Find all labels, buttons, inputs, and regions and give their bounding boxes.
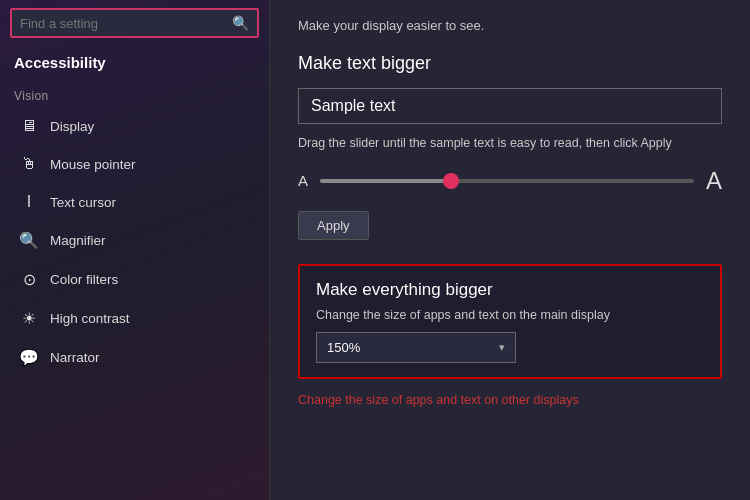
sidebar-title: Accessibility [0, 46, 269, 83]
display-scale-dropdown[interactable]: 150% ▾ [316, 332, 516, 363]
make-everything-bigger-section: Make everything bigger Change the size o… [298, 264, 722, 379]
display-icon: 🖥 [18, 117, 40, 135]
sidebar-item-color-filters[interactable]: ⊙ Color filters [4, 261, 265, 298]
narrator-icon: 💬 [18, 348, 40, 367]
slider-fill [320, 179, 451, 183]
slider-small-label: A [298, 172, 308, 189]
mouse-pointer-icon: 🖱 [18, 155, 40, 173]
sidebar-item-color-filters-label: Color filters [50, 272, 118, 287]
slider-instruction: Drag the slider until the sample text is… [298, 134, 722, 153]
slider-thumb[interactable] [443, 173, 459, 189]
change-size-description: Change the size of apps and text on the … [316, 308, 704, 322]
sidebar-item-narrator-label: Narrator [50, 350, 100, 365]
text-cursor-icon: I [18, 193, 40, 211]
sidebar-item-display-label: Display [50, 119, 94, 134]
magnifier-icon: 🔍 [18, 231, 40, 250]
chevron-down-icon: ▾ [499, 341, 505, 354]
sidebar-item-high-contrast[interactable]: ☀ High contrast [4, 300, 265, 337]
sample-text-display: Sample text [298, 88, 722, 124]
search-bar[interactable]: 🔍 [10, 8, 259, 38]
other-displays-link[interactable]: Change the size of apps and text on othe… [298, 393, 722, 407]
make-text-bigger-title: Make text bigger [298, 53, 722, 74]
sidebar-item-narrator[interactable]: 💬 Narrator [4, 339, 265, 376]
text-size-slider[interactable] [320, 179, 694, 183]
search-input[interactable] [20, 16, 232, 31]
vision-section-label: Vision [0, 83, 269, 107]
sidebar-item-magnifier[interactable]: 🔍 Magnifier [4, 222, 265, 259]
main-content: Make your display easier to see. Make te… [270, 0, 750, 500]
make-everything-bigger-title: Make everything bigger [316, 280, 704, 300]
text-size-slider-row: A A [298, 167, 722, 195]
sidebar-item-display[interactable]: 🖥 Display [4, 108, 265, 144]
dropdown-selected-value: 150% [327, 340, 360, 355]
search-icon[interactable]: 🔍 [232, 15, 249, 31]
apply-button[interactable]: Apply [298, 211, 369, 240]
sidebar-item-mouse-pointer[interactable]: 🖱 Mouse pointer [4, 146, 265, 182]
sidebar-item-high-contrast-label: High contrast [50, 311, 130, 326]
high-contrast-icon: ☀ [18, 309, 40, 328]
slider-large-label: A [706, 167, 722, 195]
sidebar-item-magnifier-label: Magnifier [50, 233, 106, 248]
color-filters-icon: ⊙ [18, 270, 40, 289]
page-subtitle: Make your display easier to see. [298, 18, 722, 33]
sidebar-item-text-cursor-label: Text cursor [50, 195, 116, 210]
sidebar-item-mouse-pointer-label: Mouse pointer [50, 157, 136, 172]
sidebar: 🔍 Accessibility Vision 🖥 Display 🖱 Mouse… [0, 0, 270, 500]
sidebar-item-text-cursor[interactable]: I Text cursor [4, 184, 265, 220]
